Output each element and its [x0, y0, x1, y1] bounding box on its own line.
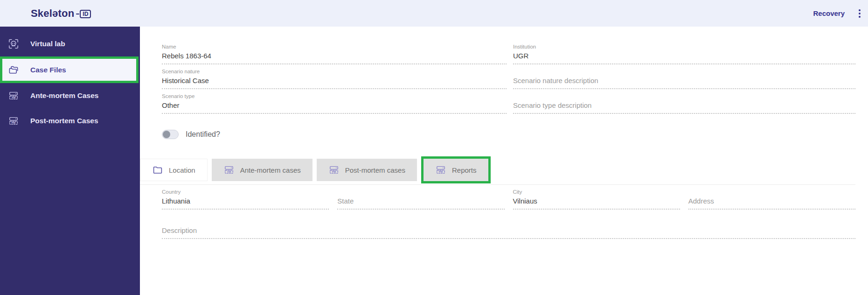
name-field[interactable]: Name Rebels 1863-64: [162, 43, 507, 68]
identified-toggle[interactable]: [162, 130, 179, 139]
toggle-knob: [163, 131, 170, 138]
svg-text:PM: PM: [439, 170, 443, 173]
location-form: Country Lithuania State City Vilniaus Ad…: [162, 189, 855, 213]
tab-label: Location: [169, 166, 195, 174]
sidebar-item-label: Case Files: [30, 66, 66, 74]
state-input[interactable]: State: [337, 197, 504, 210]
scenario-nature-description-field[interactable]: Scenario nature description: [513, 68, 855, 93]
scenario-nature-field[interactable]: Scenario nature Historical Case: [162, 68, 507, 93]
city-field[interactable]: City Vilniaus: [513, 189, 680, 213]
sidebar-item-virtual-lab[interactable]: Virtual lab: [0, 31, 140, 56]
scenario-nature-value[interactable]: Historical Case: [162, 76, 507, 89]
kebab-menu-icon[interactable]: [857, 7, 862, 20]
logo-tag-connector: [76, 14, 79, 14]
tab-ante-mortem-cases[interactable]: AM Ante-mortem cases: [212, 159, 312, 181]
logo-id-badge: ID: [80, 10, 91, 18]
am-cabinet-icon: AM: [223, 164, 235, 176]
app-logo: Skelǝton ID: [31, 7, 91, 20]
institution-label: Institution: [513, 43, 855, 51]
case-file-form: Name Rebels 1863-64 Institution UGR Scen…: [162, 43, 855, 118]
tab-label: Reports: [452, 166, 477, 174]
main-content: Name Rebels 1863-64 Institution UGR Scen…: [140, 27, 868, 295]
country-field[interactable]: Country Lithuania: [162, 189, 329, 213]
pm-cabinet-icon: PM: [8, 115, 19, 126]
folder-icon: [152, 164, 163, 176]
am-cabinet-icon: AM: [8, 90, 19, 101]
scenario-nature-description-input[interactable]: Scenario nature description: [513, 76, 855, 89]
tab-reports[interactable]: PM Reports: [424, 159, 488, 181]
scenario-type-label: Scenario type: [162, 93, 507, 101]
scenario-type-value[interactable]: Other: [162, 101, 507, 114]
annotation-highlight-reports: PM Reports: [421, 156, 491, 183]
scenario-type-description-field[interactable]: Scenario type description: [513, 93, 855, 118]
name-label: Name: [162, 43, 507, 51]
skull-scan-icon: [8, 38, 19, 49]
scenario-type-field[interactable]: Scenario type Other: [162, 93, 507, 118]
address-input[interactable]: Address: [688, 197, 855, 210]
svg-text:PM: PM: [12, 121, 16, 124]
address-field[interactable]: Address: [688, 189, 855, 213]
sidebar: Virtual lab Case Files AM Ante-mortem: [0, 27, 140, 295]
recovery-link[interactable]: Recovery: [813, 9, 845, 17]
country-value[interactable]: Lithuania: [162, 197, 329, 210]
sidebar-item-post-mortem-cases[interactable]: PM Post-mortem Cases: [0, 108, 140, 133]
sidebar-item-label: Virtual lab: [30, 40, 65, 48]
description-input[interactable]: Description: [162, 226, 855, 239]
pm-cabinet-icon: PM: [435, 164, 446, 176]
sidebar-item-label: Post-mortem Cases: [30, 117, 98, 125]
sidebar-item-case-files[interactable]: Case Files: [0, 56, 139, 83]
institution-value[interactable]: UGR: [513, 51, 855, 64]
sidebar-item-label: Ante-mortem Cases: [30, 91, 98, 100]
name-value[interactable]: Rebels 1863-64: [162, 51, 507, 64]
description-field[interactable]: Description: [162, 226, 855, 251]
tab-post-mortem-cases[interactable]: PM Post-mortem cases: [317, 159, 417, 181]
app-window: Skelǝton ID Recovery Virtual lab: [0, 0, 868, 295]
tab-label: Ante-mortem cases: [240, 166, 301, 174]
state-field[interactable]: State: [337, 189, 504, 213]
header-actions: Recovery: [813, 7, 862, 20]
city-value[interactable]: Vilniaus: [513, 197, 680, 210]
svg-text:PM: PM: [332, 170, 336, 173]
institution-field[interactable]: Institution UGR: [513, 43, 855, 68]
city-label: City: [513, 189, 680, 197]
identified-label: Identified?: [186, 130, 220, 139]
svg-text:AM: AM: [227, 170, 231, 173]
case-folders-icon: [8, 64, 19, 76]
scenario-type-description-input[interactable]: Scenario type description: [513, 101, 855, 114]
tab-bar: Location AM Ante-mortem cases: [140, 155, 855, 185]
country-label: Country: [162, 189, 329, 197]
pm-cabinet-icon: PM: [328, 164, 340, 176]
svg-text:AM: AM: [12, 96, 16, 99]
tab-label: Post-mortem cases: [345, 166, 405, 174]
identified-toggle-row: Identified?: [162, 130, 855, 139]
scenario-nature-label: Scenario nature: [162, 68, 507, 76]
header: Skelǝton ID Recovery: [0, 0, 868, 27]
logo-wordmark: Skelǝton: [31, 7, 74, 20]
tab-location[interactable]: Location: [140, 159, 208, 181]
sidebar-item-ante-mortem-cases[interactable]: AM Ante-mortem Cases: [0, 83, 140, 108]
